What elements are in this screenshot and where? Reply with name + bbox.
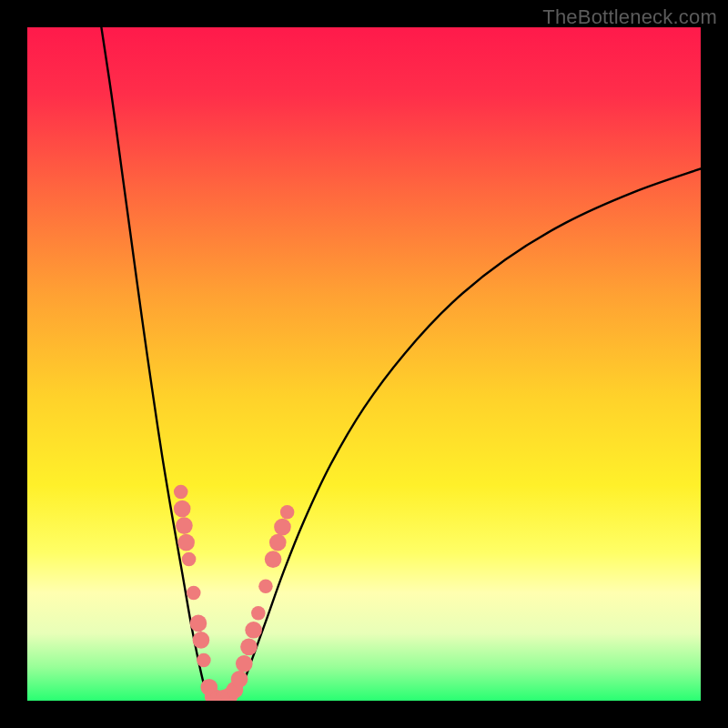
marker-dot [174, 485, 188, 500]
marker-dot [280, 505, 295, 520]
marker-dot [274, 519, 291, 536]
watermark-text: TheBottleneck.com [542, 5, 717, 29]
outer-frame: TheBottleneck.com [0, 0, 728, 728]
marker-dot [174, 500, 191, 518]
marker-dot [176, 517, 193, 534]
marker-dot [251, 606, 266, 621]
marker-dot [236, 655, 253, 672]
marker-dot [231, 671, 248, 688]
marker-dot [177, 534, 195, 551]
marker-dot [193, 632, 210, 649]
chart-svg [27, 27, 701, 701]
marker-dot [265, 551, 282, 568]
plot-area [27, 27, 701, 701]
marker-dot [258, 579, 273, 593]
marker-dot [190, 615, 207, 632]
marker-dot [240, 638, 258, 655]
background-gradient [27, 27, 701, 701]
marker-dot [182, 552, 197, 567]
marker-dot [269, 534, 287, 551]
marker-dot [197, 653, 211, 668]
marker-dot [245, 622, 262, 639]
marker-dot [187, 586, 201, 601]
